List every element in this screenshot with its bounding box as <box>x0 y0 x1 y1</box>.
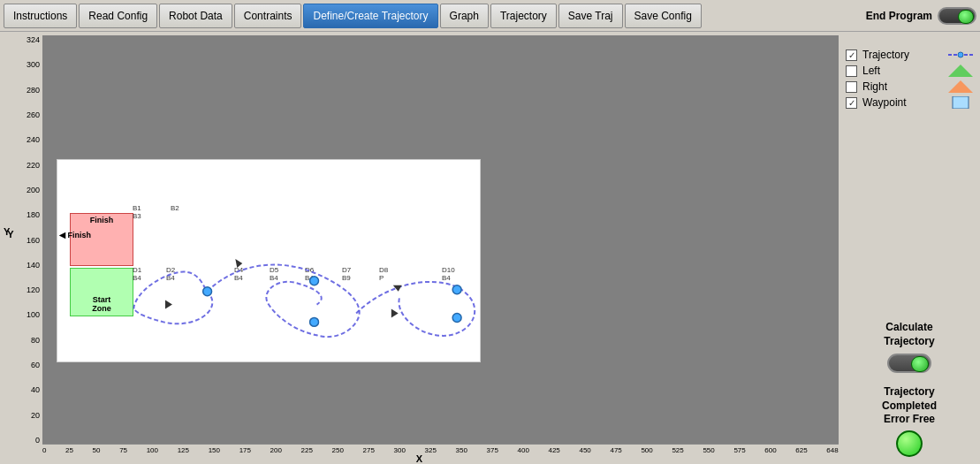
right-icon-svg <box>948 80 973 93</box>
calculate-trajectory-label: CalculateTrajectory <box>884 321 934 348</box>
y-label-80: 80 <box>0 336 42 345</box>
x-325: 325 <box>425 446 437 454</box>
right-checkbox[interactable] <box>846 81 857 93</box>
x-125: 125 <box>178 446 189 454</box>
plot-canvas: Finish StartZone B1B3 B2 D1B4 D2B4 D4B4 … <box>57 159 481 362</box>
y-label-300: 300 <box>0 60 42 69</box>
svg-point-1 <box>958 52 963 57</box>
end-program-area: End Program <box>866 7 976 25</box>
y-label-100: 100 <box>0 310 42 319</box>
x-axis-title: X <box>416 453 422 464</box>
svg-marker-2 <box>948 65 973 77</box>
x-450: 450 <box>579 446 590 454</box>
waypoint-3 <box>452 285 461 293</box>
y-label-220: 220 <box>0 161 42 170</box>
x-575: 575 <box>733 446 745 454</box>
legend-item-trajectory: Trajectory <box>846 48 973 62</box>
end-program-label: End Program <box>866 10 932 22</box>
tab-trajectory[interactable]: Trajectory <box>490 4 557 28</box>
x-175: 175 <box>239 446 251 454</box>
arrow-1 <box>165 300 172 308</box>
chart-area: 324 300 280 260 240 220 200 180 160 140 … <box>0 32 839 464</box>
x-300: 300 <box>394 446 406 454</box>
y-label-324: 324 <box>0 35 42 44</box>
trajectory-svg <box>57 160 480 361</box>
tab-read-config[interactable]: Read Config <box>79 4 157 28</box>
legend-item-left: Left <box>846 64 973 78</box>
x-150: 150 <box>209 446 220 454</box>
x-0: 0 <box>42 446 46 454</box>
x-axis: 0 25 50 75 100 125 150 175 200 225 250 2… <box>42 445 839 464</box>
main-content: 324 300 280 260 240 220 200 180 160 140 … <box>0 32 980 464</box>
x-labels: 0 25 50 75 100 125 150 175 200 225 250 2… <box>42 446 839 454</box>
waypoint-5 <box>452 313 461 322</box>
tab-contraints[interactable]: Contraints <box>234 4 302 28</box>
y-label-280: 280 <box>0 86 42 95</box>
waypoint-icon <box>948 95 973 110</box>
x-75: 75 <box>119 446 127 454</box>
tab-save-traj[interactable]: Save Traj <box>558 4 623 28</box>
right-icon <box>948 80 973 94</box>
left-icon-svg <box>948 65 973 77</box>
x-475: 475 <box>610 446 621 454</box>
x-648: 648 <box>826 446 838 454</box>
x-100: 100 <box>147 446 158 454</box>
waypoint-1 <box>203 286 212 295</box>
y-label-260: 260 <box>0 110 42 119</box>
left-label: Left <box>862 65 943 77</box>
y-label-180: 180 <box>0 210 42 219</box>
arrow-3 <box>391 308 399 317</box>
waypoint-2 <box>310 276 319 285</box>
trajectory-checkbox[interactable] <box>846 49 857 61</box>
arrow-2 <box>235 259 242 268</box>
y-label-200: 200 <box>0 186 42 194</box>
x-50: 50 <box>93 446 101 454</box>
y-label-140: 140 <box>0 261 42 270</box>
svg-rect-4 <box>953 96 969 109</box>
x-500: 500 <box>641 446 652 454</box>
x-625: 625 <box>795 446 807 454</box>
svg-marker-3 <box>948 80 973 93</box>
x-200: 200 <box>270 446 282 454</box>
traj-icon-svg <box>948 49 973 61</box>
y-label-0: 0 <box>0 436 42 445</box>
right-panel: Trajectory Left <box>839 32 980 464</box>
calculate-trajectory-knob <box>911 356 929 372</box>
y-axis-title-label: Y <box>4 226 10 237</box>
right-label: Right <box>862 80 943 93</box>
tab-save-config[interactable]: Save Config <box>625 4 702 28</box>
y-label-40: 40 <box>0 385 42 394</box>
calculate-trajectory-button[interactable] <box>887 354 931 373</box>
nav-bar: Instructions Read Config Robot Data Cont… <box>0 0 980 32</box>
tab-instructions[interactable]: Instructions <box>4 4 77 28</box>
waypoint-checkbox[interactable] <box>846 97 857 109</box>
x-250: 250 <box>332 446 344 454</box>
trajectory-icon <box>948 48 973 62</box>
x-375: 375 <box>487 446 498 454</box>
y-label-240: 240 <box>0 135 42 144</box>
tab-graph[interactable]: Graph <box>440 4 489 28</box>
y-axis: 324 300 280 260 240 220 200 180 160 140 … <box>0 35 42 445</box>
end-program-toggle[interactable] <box>938 7 976 25</box>
x-550: 550 <box>703 446 714 454</box>
tab-robot-data[interactable]: Robot Data <box>159 4 232 28</box>
left-icon <box>948 64 973 78</box>
trajectory-complete-label: TrajectoryCompletedError Free <box>882 385 937 427</box>
x-400: 400 <box>517 446 528 454</box>
x-600: 600 <box>764 446 776 454</box>
y-label-20: 20 <box>0 411 42 420</box>
trajectory-label: Trajectory <box>862 49 943 61</box>
calculate-trajectory-area: CalculateTrajectory <box>846 321 973 373</box>
legend: Trajectory Left <box>846 48 973 111</box>
trajectory-complete-indicator <box>896 430 923 457</box>
x-525: 525 <box>672 446 683 454</box>
waypoint-4 <box>310 317 319 326</box>
left-checkbox[interactable] <box>846 65 857 77</box>
x-225: 225 <box>301 446 313 454</box>
x-275: 275 <box>363 446 375 454</box>
tab-define-create-trajectory[interactable]: Define/Create Trajectory <box>303 4 437 28</box>
chart-canvas: Finish StartZone B1B3 B2 D1B4 D2B4 D4B4 … <box>42 35 839 445</box>
x-25: 25 <box>65 446 73 454</box>
end-program-knob <box>958 10 974 24</box>
waypoint-label: Waypoint <box>862 96 943 109</box>
